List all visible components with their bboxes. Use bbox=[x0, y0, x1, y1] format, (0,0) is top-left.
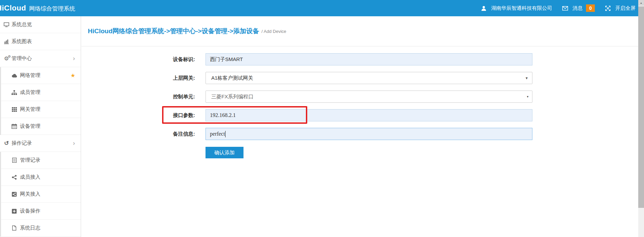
form-row-interface-params: 接口参数: 192.168.2.1 bbox=[81, 109, 638, 121]
sidebar-item-label: 操作记录 bbox=[12, 140, 32, 146]
text-cursor bbox=[225, 131, 226, 137]
control-unit-value: 三菱FX系列编程口 bbox=[211, 94, 253, 100]
device-id-value: 西门子SMART bbox=[210, 56, 243, 63]
upper-gateway-select[interactable]: A1栋客户测试网关 ▼ bbox=[206, 72, 532, 84]
sidebar-item-network-management[interactable]: 网络管理 ★ bbox=[1, 67, 81, 84]
fullscreen-icon bbox=[604, 6, 611, 11]
breadcrumb-bar: HiCloud网络综合管理系统->管理中心->设备管理->添加设备 / Add … bbox=[81, 16, 638, 46]
chevron-right-icon: › bbox=[73, 55, 75, 62]
bar-chart-icon bbox=[3, 39, 10, 44]
sidebar-item-label: 设备管理 bbox=[20, 123, 40, 130]
confirm-add-button[interactable]: 确认添加 bbox=[206, 147, 243, 158]
interface-params-label: 接口参数: bbox=[81, 112, 195, 119]
chevron-right-icon: › bbox=[73, 140, 75, 147]
sitemap-icon bbox=[11, 90, 18, 95]
device-id-input[interactable]: 西门子SMART bbox=[206, 53, 532, 65]
control-unit-select[interactable]: 三菱FX系列编程口 ▼ bbox=[206, 91, 532, 103]
star-icon: ★ bbox=[71, 72, 75, 79]
sidebar-item-label: 管理中心 bbox=[12, 55, 32, 62]
sidebar-item-management-center[interactable]: ⚙⚙ 管理中心 › bbox=[0, 50, 81, 67]
scrollbar[interactable]: ▲ bbox=[638, 0, 644, 237]
company-name: 湖南华辰智通科技有限公司 bbox=[491, 5, 552, 12]
upper-gateway-label: 上层网关: bbox=[81, 75, 195, 81]
caret-down-icon: ▼ bbox=[525, 76, 528, 80]
sidebar-item-label: 成员管理 bbox=[20, 89, 40, 96]
monitor-icon bbox=[3, 22, 10, 27]
scroll-up-icon: ▲ bbox=[640, 2, 642, 4]
sidebar-item-device-management[interactable]: 设备管理 bbox=[1, 118, 81, 135]
fullscreen-toggle[interactable]: 开启全屏 bbox=[604, 5, 636, 12]
sidebar-item-label: 成员接入 bbox=[20, 174, 40, 180]
interface-params-value: 192.168.2.1 bbox=[210, 112, 236, 118]
breadcrumb: HiCloud网络综合管理系统->管理中心->设备管理->添加设备 bbox=[88, 27, 259, 36]
share-square-icon bbox=[11, 192, 18, 197]
fullscreen-label: 开启全屏 bbox=[615, 5, 636, 12]
top-bar: HiCloud 网络综合管理系统 湖南华辰智通科技有限公司 消息 0 开启全屏 bbox=[0, 0, 638, 16]
plus-square-icon bbox=[11, 209, 18, 214]
history-icon: ↺ bbox=[3, 140, 10, 146]
sidebar-item-device-operations[interactable]: 设备操作 bbox=[1, 203, 81, 220]
add-device-form: 设备标识: 西门子SMART 上层网关: A1栋客户测试网关 ▼ 控制单元: 三… bbox=[81, 46, 638, 158]
management-center-submenu: 网络管理 ★ 成员管理 网关管理 设备管理 bbox=[0, 67, 81, 135]
logo-subtitle: 网络综合管理系统 bbox=[29, 5, 75, 13]
device-id-label: 设备标识: bbox=[81, 56, 195, 63]
remarks-input[interactable]: perfect bbox=[206, 128, 532, 140]
sidebar-item-system-overview[interactable]: 系统总览 bbox=[0, 16, 81, 33]
caret-down-icon: ▼ bbox=[526, 95, 529, 98]
remarks-value: perfect bbox=[210, 131, 225, 137]
sidebar-item-member-management[interactable]: 成员管理 bbox=[1, 84, 81, 101]
envelope-icon bbox=[561, 6, 569, 11]
scroll-up-button[interactable]: ▲ bbox=[638, 0, 644, 6]
interface-params-input[interactable]: 192.168.2.1 bbox=[206, 109, 532, 121]
messages-menu[interactable]: 消息 0 bbox=[561, 4, 595, 12]
company-account[interactable]: 湖南华辰智通科技有限公司 bbox=[480, 5, 552, 12]
messages-count-badge: 0 bbox=[586, 4, 595, 12]
sidebar-item-member-access[interactable]: 成员接入 bbox=[1, 169, 81, 186]
sidebar-item-operation-records[interactable]: ↺ 操作记录 › bbox=[0, 135, 81, 152]
sidebar-item-gateway-access[interactable]: 网关接入 bbox=[1, 186, 81, 203]
sidebar-item-label: 网络管理 bbox=[20, 72, 40, 79]
messages-label: 消息 bbox=[572, 5, 583, 12]
operation-records-submenu: 管理记录 成员接入 网关接入 设备操作 系统日志 bbox=[0, 152, 81, 237]
sidebar-item-system-logs[interactable]: 系统日志 bbox=[1, 220, 81, 237]
gears-icon: ⚙⚙ bbox=[3, 56, 10, 61]
upper-gateway-value: A1栋客户测试网关 bbox=[211, 75, 253, 81]
sidebar-item-management-records[interactable]: 管理记录 bbox=[1, 152, 81, 169]
sidebar-item-label: 网关管理 bbox=[20, 106, 40, 113]
remarks-label: 备注信息: bbox=[81, 131, 195, 137]
scrollbar-thumb[interactable] bbox=[638, 6, 644, 208]
sidebar-item-system-charts[interactable]: 系统图表 bbox=[0, 33, 81, 50]
share-icon bbox=[11, 175, 18, 180]
sidebar-nav: 系统总览 系统图表 ⚙⚙ 管理中心 › 网络管理 ★ 成员管理 bbox=[0, 16, 81, 237]
sidebar-item-label: 系统图表 bbox=[12, 38, 32, 45]
control-unit-label: 控制单元: bbox=[81, 94, 195, 100]
cloud-icon bbox=[11, 74, 18, 78]
sidebar-item-label: 网关接入 bbox=[20, 191, 40, 197]
breadcrumb-suffix: / Add Device bbox=[261, 29, 286, 34]
sidebar-item-label: 管理记录 bbox=[20, 157, 40, 163]
sidebar-item-label: 系统日志 bbox=[20, 225, 40, 231]
calendar-icon bbox=[11, 124, 18, 129]
app-logo: HiCloud 网络综合管理系统 bbox=[0, 4, 75, 13]
file-icon bbox=[11, 225, 18, 231]
form-row-device-id: 设备标识: 西门子SMART bbox=[81, 53, 638, 65]
form-row-control-unit: 控制单元: 三菱FX系列编程口 ▼ bbox=[81, 91, 638, 103]
file-text-icon bbox=[11, 158, 18, 163]
form-row-upper-gateway: 上层网关: A1栋客户测试网关 ▼ bbox=[81, 72, 638, 84]
sidebar-item-label: 设备操作 bbox=[20, 208, 40, 214]
sidebar-item-label: 系统总览 bbox=[12, 21, 32, 28]
logo-text: HiCloud bbox=[0, 4, 26, 13]
grid-icon bbox=[11, 107, 18, 112]
person-icon bbox=[480, 6, 487, 11]
form-row-remarks: 备注信息: perfect bbox=[81, 128, 638, 140]
sidebar-item-gateway-management[interactable]: 网关管理 bbox=[1, 101, 81, 118]
